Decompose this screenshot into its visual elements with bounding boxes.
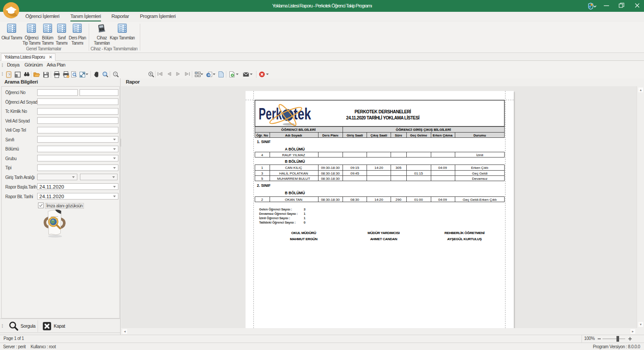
svg-text:?: ? xyxy=(8,73,10,77)
svg-text:Perk: Perk xyxy=(259,105,282,123)
